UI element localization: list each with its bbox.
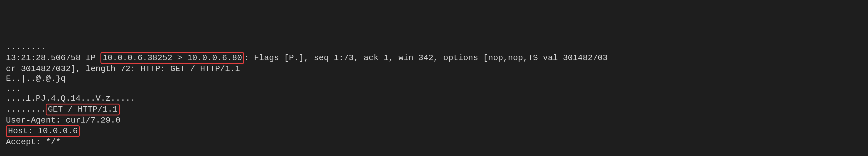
output-line: User-Agent: curl/7.29.0 <box>6 116 862 126</box>
output-line: ........GET / HTTP/1.1 <box>6 103 862 116</box>
packet-flags: : Flags [P.], seq 1:73, ack 1, win 342, … <box>244 53 608 62</box>
output-line: 13:21:28.506758 IP 10.0.0.6.38252 > 10.0… <box>6 52 862 64</box>
timestamp-ip-prefix: 13:21:28.506758 IP <box>6 53 100 62</box>
terminal-output: ........13:21:28.506758 IP 10.0.0.6.3825… <box>6 42 862 147</box>
output-line: ........ <box>6 42 862 52</box>
output-line: ... <box>6 84 862 94</box>
http-request-highlight: GET / HTTP/1.1 <box>45 103 119 116</box>
output-line: Accept: */* <box>6 137 862 147</box>
output-line: cr 3014827032], length 72: HTTP: GET / H… <box>6 64 862 74</box>
output-line: Host: 10.0.0.6 <box>6 125 862 137</box>
output-line: E..|..@.@.}q <box>6 74 862 84</box>
output-line: ....l.PJ.4.Q.14...V.z..... <box>6 94 862 103</box>
ip-connection-highlight: 10.0.0.6.38252 > 10.0.0.6.80 <box>100 52 244 64</box>
dots-prefix: ........ <box>6 105 45 114</box>
host-header-highlight: Host: 10.0.0.6 <box>6 125 80 137</box>
